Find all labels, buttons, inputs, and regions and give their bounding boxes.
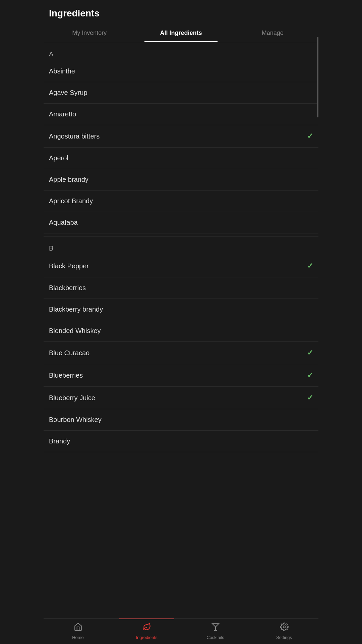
ingredients-icon	[142, 623, 151, 634]
checkmark-icon: ✓	[307, 371, 313, 380]
tab-manage[interactable]: Manage	[227, 24, 318, 42]
ingredient-name: Amaretto	[49, 110, 76, 118]
list-item[interactable]: Blended Whiskey	[44, 320, 318, 342]
list-item[interactable]: Absinthe	[44, 61, 318, 82]
tab-my-inventory[interactable]: My Inventory	[44, 24, 135, 42]
checkmark-icon: ✓	[307, 262, 313, 270]
content-area: A Absinthe Agave Syrup Amaretto Angostur…	[44, 45, 318, 644]
checkmark-icon: ✓	[307, 348, 313, 357]
list-item[interactable]: Bourbon Whiskey	[44, 409, 318, 431]
nav-label-ingredients: Ingredients	[136, 635, 157, 640]
nav-item-ingredients[interactable]: Ingredients	[112, 619, 181, 644]
ingredient-name: Apricot Brandy	[49, 197, 93, 205]
list-item[interactable]: Angostura bitters ✓	[44, 125, 318, 148]
ingredient-name: Absinthe	[49, 67, 75, 75]
nav-item-home[interactable]: Home	[44, 619, 112, 644]
list-item[interactable]: Blue Curacao ✓	[44, 342, 318, 364]
settings-icon	[280, 623, 289, 634]
list-item[interactable]: Brandy	[44, 431, 318, 452]
section-header-b: B	[44, 239, 318, 255]
ingredient-name: Agave Syrup	[49, 89, 87, 97]
section-header-a: A	[44, 45, 318, 61]
nav-label-cocktails: Cocktails	[206, 635, 224, 640]
svg-point-0	[283, 626, 285, 628]
ingredient-name: Blended Whiskey	[49, 327, 101, 335]
nav-label-settings: Settings	[276, 635, 292, 640]
nav-label-home: Home	[72, 635, 84, 640]
bottom-nav: Home Ingredients Cocktails Settings	[44, 618, 318, 644]
section-divider	[44, 236, 318, 236]
list-item[interactable]: Amaretto	[44, 104, 318, 125]
list-item[interactable]: Aperol	[44, 148, 318, 169]
checkmark-icon: ✓	[307, 393, 313, 402]
list-item[interactable]: Aquafaba	[44, 212, 318, 233]
ingredient-name: Blueberry Juice	[49, 394, 95, 402]
scrollbar	[317, 37, 318, 117]
ingredient-name: Blackberry brandy	[49, 306, 103, 313]
checkmark-icon: ✓	[307, 132, 313, 141]
list-item[interactable]: Blueberries ✓	[44, 364, 318, 387]
section-b: B Black Pepper ✓ Blackberries Blackberry…	[44, 239, 318, 452]
ingredient-name: Aquafaba	[49, 219, 78, 226]
page-title: Ingredients	[44, 0, 318, 24]
list-item[interactable]: Blueberry Juice ✓	[44, 387, 318, 409]
nav-item-settings[interactable]: Settings	[250, 619, 318, 644]
ingredient-name: Bourbon Whiskey	[49, 416, 102, 424]
tab-all-ingredients[interactable]: All Ingredients	[135, 24, 227, 42]
tab-bar: My Inventory All Ingredients Manage	[44, 24, 318, 42]
ingredient-name: Blueberries	[49, 372, 83, 379]
list-item[interactable]: Blackberries	[44, 277, 318, 299]
list-item[interactable]: Blackberry brandy	[44, 299, 318, 320]
ingredient-name: Aperol	[49, 154, 68, 162]
cocktails-icon	[211, 623, 220, 634]
list-item[interactable]: Apricot Brandy	[44, 191, 318, 212]
list-item[interactable]: Black Pepper ✓	[44, 255, 318, 277]
section-a: A Absinthe Agave Syrup Amaretto Angostur…	[44, 45, 318, 233]
ingredient-name: Blue Curacao	[49, 349, 89, 357]
ingredient-name: Black Pepper	[49, 262, 89, 270]
nav-item-cocktails[interactable]: Cocktails	[181, 619, 250, 644]
list-item[interactable]: Agave Syrup	[44, 82, 318, 104]
home-icon	[74, 623, 82, 634]
ingredient-name: Apple brandy	[49, 176, 88, 183]
ingredient-name: Blackberries	[49, 284, 86, 292]
ingredient-name: Angostura bitters	[49, 132, 100, 140]
ingredient-name: Brandy	[49, 437, 70, 445]
list-item[interactable]: Apple brandy	[44, 169, 318, 191]
